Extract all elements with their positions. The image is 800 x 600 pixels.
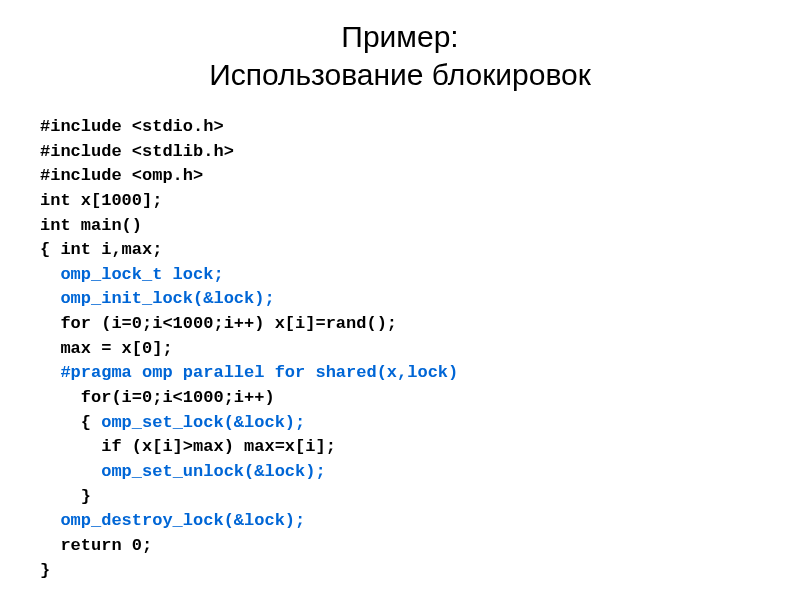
- code-highlight: #pragma omp parallel for shared(x,lock): [60, 363, 458, 382]
- code-indent: [40, 511, 60, 530]
- slide-title: Пример: Использование блокировок: [40, 18, 760, 93]
- code-highlight: omp_lock_t lock;: [60, 265, 223, 284]
- slide: Пример: Использование блокировок #includ…: [0, 0, 800, 600]
- code-line: max = x[0];: [40, 339, 173, 358]
- code-line: #include <stdio.h>: [40, 117, 224, 136]
- code-indent: {: [40, 413, 101, 432]
- code-indent: [40, 462, 101, 481]
- code-line: if (x[i]>max) max=x[i];: [40, 437, 336, 456]
- code-highlight: omp_set_lock(&lock);: [101, 413, 305, 432]
- code-line: }: [40, 487, 91, 506]
- code-indent: [40, 363, 60, 382]
- code-line: return 0;: [40, 536, 152, 555]
- code-highlight: omp_destroy_lock(&lock);: [60, 511, 305, 530]
- code-line: int x[1000];: [40, 191, 162, 210]
- title-line-2: Использование блокировок: [209, 58, 591, 91]
- code-line: for(i=0;i<1000;i++): [40, 388, 275, 407]
- code-line: }: [40, 561, 50, 580]
- code-indent: [40, 265, 60, 284]
- code-line: #include <stdlib.h>: [40, 142, 234, 161]
- code-block: #include <stdio.h> #include <stdlib.h> #…: [40, 115, 760, 583]
- code-line: { int i,max;: [40, 240, 162, 259]
- code-line: for (i=0;i<1000;i++) x[i]=rand();: [40, 314, 397, 333]
- code-indent: [40, 289, 60, 308]
- code-highlight: omp_init_lock(&lock);: [60, 289, 274, 308]
- code-line: #include <omp.h>: [40, 166, 203, 185]
- code-highlight: omp_set_unlock(&lock);: [101, 462, 325, 481]
- title-line-1: Пример:: [341, 20, 458, 53]
- code-line: int main(): [40, 216, 142, 235]
